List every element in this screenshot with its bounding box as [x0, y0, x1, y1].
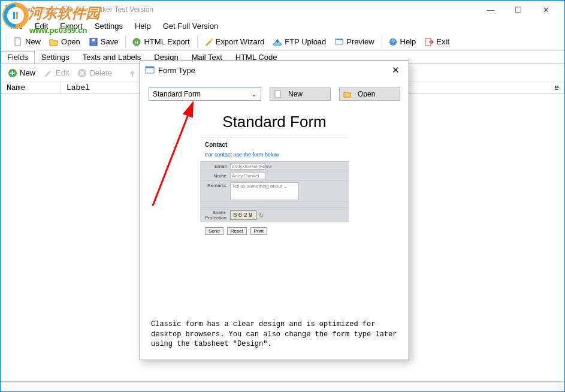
delete-icon [77, 68, 87, 78]
tb-help[interactable]: ?Help [385, 35, 420, 49]
tb-exportwizard[interactable]: Export Wizard [200, 35, 268, 49]
tab-texts[interactable]: Texts and Labels [76, 51, 148, 64]
new-file-icon [13, 37, 23, 47]
captcha-value: 8629 [230, 210, 256, 220]
plus-icon [8, 68, 17, 78]
svg-rect-4 [92, 39, 95, 41]
menu-file[interactable]: File [4, 20, 29, 32]
maximize-button[interactable]: ☐ [504, 1, 532, 19]
grid-footer [1, 382, 564, 392]
pencil-icon [44, 68, 53, 78]
tb-open[interactable]: Open [46, 35, 84, 49]
menu-export[interactable]: Export [54, 20, 89, 32]
arrow-up-icon [128, 68, 137, 78]
form-type-combo[interactable]: Standard Form ⌄ [149, 88, 261, 101]
fields-new[interactable]: New [4, 67, 39, 80]
preview-row-email: Email andy.dunkel@ekiw [200, 161, 349, 171]
dialog-description: Classic form has a clear design and is o… [149, 313, 400, 351]
tb-exit[interactable]: Exit [421, 35, 453, 49]
titlebar: new_file.daf - DA-FormMaker Test Version… [1, 1, 564, 19]
tab-settings[interactable]: Settings [35, 51, 76, 64]
svg-rect-20 [275, 91, 280, 98]
open-folder-icon [49, 37, 59, 47]
preview-hint: For contact use the form below [205, 152, 344, 158]
dialog-open-button[interactable]: Open [339, 88, 400, 101]
refresh-icon: ↻ [259, 212, 264, 219]
svg-point-7 [210, 38, 213, 41]
wizard-icon [204, 37, 213, 47]
help-icon: ? [388, 37, 398, 47]
form-type-dialog: Form Type ✕ Standard Form ⌄ New Open Sta… [140, 61, 409, 360]
preview-icon [334, 37, 344, 47]
dialog-titlebar: Form Type ✕ [140, 61, 409, 79]
new-file-icon [274, 90, 282, 98]
preview-section: Contact [205, 141, 344, 148]
ftp-upload-icon [273, 37, 282, 47]
tb-preview[interactable]: Preview [331, 35, 377, 49]
svg-rect-19 [146, 67, 154, 68]
menubar: File Edit Export Settings Help Get Full … [1, 19, 564, 33]
fields-delete[interactable]: Delete [74, 67, 116, 80]
tb-save[interactable]: Save [85, 35, 122, 49]
svg-rect-1 [7, 7, 10, 8]
menu-edit[interactable]: Edit [29, 20, 54, 32]
tab-fields[interactable]: Fields [1, 51, 35, 64]
combo-value: Standard Form [153, 90, 201, 98]
svg-rect-9 [336, 39, 343, 40]
menu-help[interactable]: Help [129, 20, 157, 32]
toolbar: New Open Save HHTML Export Export Wizard… [1, 33, 564, 51]
dialog-close-button[interactable]: ✕ [387, 62, 404, 79]
exit-icon [424, 37, 434, 47]
dialog-title-text: Form Type [158, 66, 387, 75]
preview-buttons: Send Reset Print [200, 222, 349, 240]
form-preview: Contact For contact use the form below E… [200, 137, 349, 240]
preview-row-name: Name Andy Dunkel [200, 171, 349, 180]
preview-title: Standard Form [222, 113, 326, 131]
svg-text:H: H [135, 40, 138, 44]
preview-row-spam: Spam- Protection 8629 ↻ [200, 207, 349, 222]
menu-fullversion[interactable]: Get Full Version [157, 20, 225, 32]
close-button[interactable]: ✕ [532, 1, 560, 19]
svg-text:?: ? [391, 39, 395, 46]
save-icon [89, 37, 98, 47]
minimize-button[interactable]: — [477, 1, 504, 19]
open-folder-icon [343, 90, 352, 98]
app-icon [5, 5, 15, 14]
menu-settings[interactable]: Settings [89, 20, 129, 32]
fields-edit[interactable]: Edit [40, 67, 72, 80]
preview-row-remarks: Remarks Tell us something about ... [200, 180, 349, 201]
col-e[interactable]: e [531, 82, 564, 94]
tb-new[interactable]: New [10, 35, 44, 49]
col-name[interactable]: Name [1, 82, 61, 94]
dialog-new-button[interactable]: New [270, 88, 331, 101]
chevron-down-icon: ⌄ [249, 90, 259, 98]
tb-htmlexport[interactable]: HHTML Export [128, 35, 193, 49]
window-title: new_file.daf - DA-FormMaker Test Version [19, 5, 477, 14]
dialog-icon [145, 65, 155, 75]
tb-ftpupload[interactable]: FTP Upload [269, 35, 330, 49]
html-export-icon: H [132, 37, 141, 47]
